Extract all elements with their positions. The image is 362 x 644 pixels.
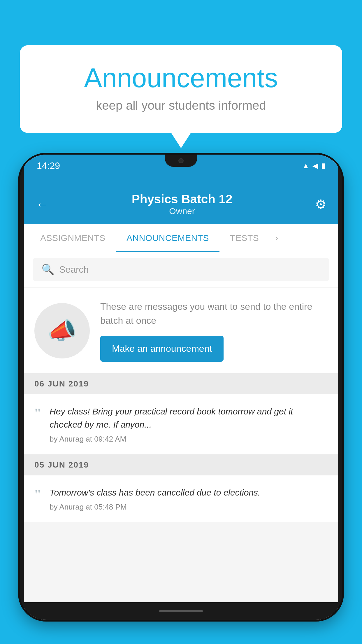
app-bar-title-group: Physics Batch 12 Owner (132, 192, 233, 216)
message-item-2: " Tomorrow's class has been cancelled du… (24, 475, 338, 522)
battery-icon: ▮ (321, 161, 325, 170)
message-meta-1: by Anurag at 09:42 AM (50, 435, 328, 444)
tab-assignments[interactable]: ASSIGNMENTS (30, 224, 116, 252)
search-bar: 🔍 Search (24, 252, 338, 287)
phone-device: 14:29 ▲ ◀ ▮ ← Physics Batch 12 Owner (20, 155, 342, 620)
message-text-2: Tomorrow's class has been cancelled due … (50, 486, 328, 499)
tabs-bar: ASSIGNMENTS ANNOUNCEMENTS TESTS › (24, 224, 338, 252)
front-camera (178, 158, 184, 163)
search-icon: 🔍 (41, 263, 55, 276)
back-button[interactable]: ← (36, 196, 49, 212)
speech-bubble-subtitle: keep all your students informed (43, 99, 319, 113)
home-indicator (159, 610, 203, 612)
make-announcement-button[interactable]: Make an announcement (100, 336, 224, 362)
date-separator-1: 06 JUN 2019 (24, 373, 338, 394)
message-text-1: Hey class! Bring your practical record b… (50, 405, 328, 431)
speech-bubble-container: Announcements keep all your students inf… (20, 45, 342, 133)
status-icons: ▲ ◀ ▮ (302, 161, 325, 170)
message-content-1: Hey class! Bring your practical record b… (50, 405, 328, 444)
search-input-wrap[interactable]: 🔍 Search (33, 258, 329, 281)
search-placeholder: Search (59, 264, 89, 275)
tab-announcements[interactable]: ANNOUNCEMENTS (116, 224, 219, 252)
tab-more[interactable]: › (269, 224, 284, 252)
status-time: 14:29 (37, 160, 60, 171)
speech-bubble-title: Announcements (43, 63, 319, 93)
settings-icon[interactable]: ⚙ (315, 197, 326, 212)
message-meta-2: by Anurag at 05:48 PM (50, 503, 328, 512)
app-bar-subtitle: Owner (132, 206, 233, 216)
phone-wrapper: 14:29 ▲ ◀ ▮ ← Physics Batch 12 Owner (20, 155, 342, 644)
announce-description: These are messages you want to send to t… (100, 300, 328, 328)
quote-icon-1: " (34, 406, 41, 422)
notch (165, 155, 197, 167)
quote-icon-2: " (34, 487, 41, 503)
announce-intro-section: 📣 These are messages you want to send to… (24, 288, 338, 373)
signal-icon: ◀ (312, 161, 318, 170)
phone-screen: 14:29 ▲ ◀ ▮ ← Physics Batch 12 Owner (24, 155, 338, 620)
tab-tests[interactable]: TESTS (219, 224, 269, 252)
phone-bottom-bar (24, 602, 338, 620)
announce-icon-circle: 📣 (34, 303, 90, 358)
message-content-2: Tomorrow's class has been cancelled due … (50, 486, 328, 512)
app-bar-title: Physics Batch 12 (132, 192, 233, 206)
wifi-icon: ▲ (302, 161, 310, 170)
content-area: 🔍 Search 📣 These are messages you want t… (24, 252, 338, 602)
speech-bubble: Announcements keep all your students inf… (20, 45, 342, 133)
megaphone-icon: 📣 (48, 317, 77, 344)
announce-right: These are messages you want to send to t… (100, 300, 328, 362)
app-bar: ← Physics Batch 12 Owner ⚙ (24, 184, 338, 224)
message-item-1: " Hey class! Bring your practical record… (24, 394, 338, 454)
date-separator-2: 05 JUN 2019 (24, 454, 338, 475)
